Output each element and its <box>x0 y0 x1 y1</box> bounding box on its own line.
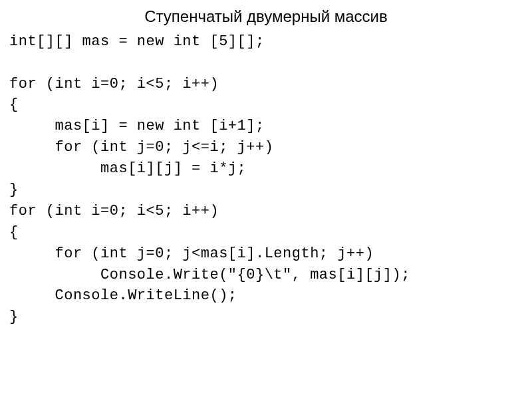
page-title: Ступенчатый двумерный массив <box>9 5 523 29</box>
code-block: int[][] mas = new int [5][]; for (int i=… <box>9 31 523 328</box>
